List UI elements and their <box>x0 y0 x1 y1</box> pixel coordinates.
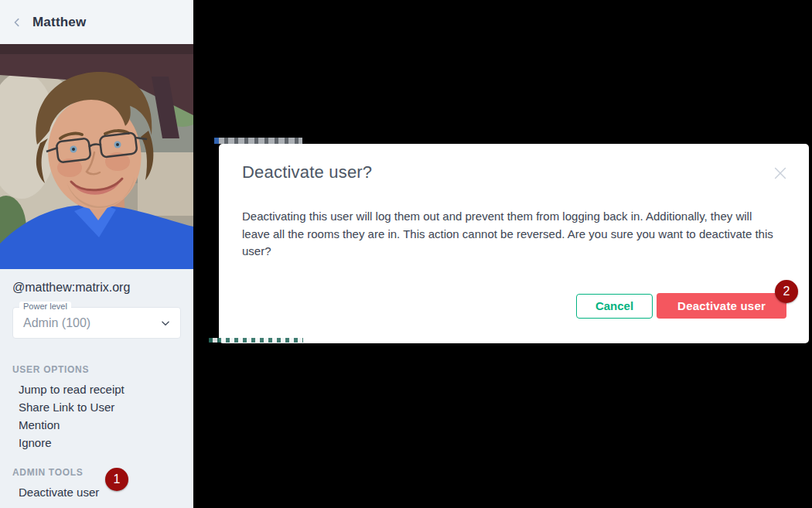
dialog-body-text: Deactivating this user will log them out… <box>242 208 779 261</box>
obscured-content-sliver-bottom <box>209 338 303 343</box>
obscured-content-sliver-top <box>214 138 302 144</box>
user-options-section: USER OPTIONS Jump to read receipt Share … <box>0 364 193 452</box>
user-options-heading: USER OPTIONS <box>12 364 181 375</box>
power-level-field: Power level Admin (100) <box>12 307 181 339</box>
dialog-button-row: Cancel Deactivate user <box>576 293 786 319</box>
deactivate-user-dialog: Deactivate user? Deactivating this user … <box>219 144 809 343</box>
member-info-sidebar: Matthew <box>0 0 193 508</box>
chevron-left-icon <box>12 17 22 28</box>
annotation-step-2-badge: 2 <box>775 280 798 303</box>
annotation-step-1-badge: 1 <box>105 468 128 491</box>
power-level-select[interactable]: Admin (100) <box>12 307 181 339</box>
power-level-value: Admin (100) <box>23 316 90 330</box>
user-option-jump-to-read-receipt[interactable]: Jump to read receipt <box>0 380 193 398</box>
member-header: Matthew <box>0 0 193 44</box>
close-icon <box>772 165 789 182</box>
admin-tool-deactivate-user[interactable]: Deactivate user <box>0 483 193 501</box>
chevron-down-icon <box>160 318 171 329</box>
dialog-title: Deactivate user? <box>242 162 372 182</box>
user-id: @matthew:matrix.org <box>12 281 181 295</box>
member-name: Matthew <box>32 15 86 30</box>
back-button[interactable] <box>10 15 24 29</box>
dialog-close-button[interactable] <box>771 164 790 182</box>
deactivate-user-button[interactable]: Deactivate user <box>657 293 786 319</box>
app-screen: Matthew <box>0 0 812 508</box>
power-level-label: Power level <box>19 302 71 311</box>
admin-tools-heading: ADMIN TOOLS <box>12 467 181 478</box>
admin-tools-section: ADMIN TOOLS Deactivate user <box>0 467 193 501</box>
user-option-mention[interactable]: Mention <box>0 416 193 434</box>
cancel-button[interactable]: Cancel <box>576 294 653 319</box>
user-option-ignore[interactable]: Ignore <box>0 434 193 452</box>
user-option-share-link-to-user[interactable]: Share Link to User <box>0 398 193 416</box>
profile-photo <box>0 44 193 269</box>
